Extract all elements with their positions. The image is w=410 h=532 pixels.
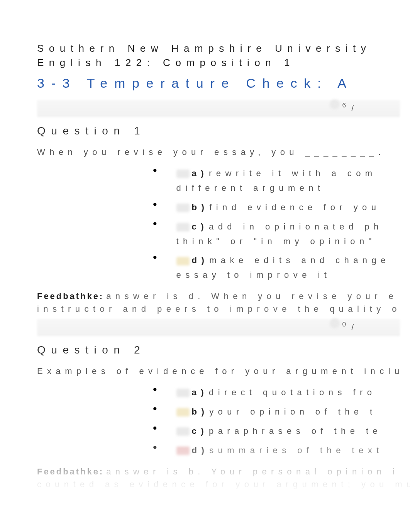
option-b: • b)your opinion of the t: [153, 406, 410, 418]
header-line-2: English 122: Composition 1: [37, 57, 410, 69]
option-text-cont: think" or "in my opinion": [176, 235, 383, 248]
option-letter: b): [192, 202, 209, 212]
bullet-icon: •: [153, 221, 157, 227]
option-body: d)make edits and change essay to improve…: [176, 254, 390, 281]
header-line-1: Southern New Hampshire University: [37, 42, 410, 54]
content-area: Southern New Hampshire University Englis…: [0, 0, 410, 503]
bullet-icon: •: [153, 167, 157, 173]
option-body: c)add in opinionated ph think" or "in my…: [176, 221, 383, 248]
score-slash: /: [351, 323, 354, 332]
question-prompt: When you revise your essay, you ________…: [37, 147, 410, 157]
document-page: Southern New Hampshire University Englis…: [0, 0, 410, 532]
option-d: • d)make edits and change essay to impro…: [153, 254, 410, 281]
question-heading: Question 2: [37, 344, 410, 356]
option-text-cont: different argument: [176, 182, 377, 194]
feedback-label: Feedbathke:: [37, 291, 104, 301]
assignment-title: 3-3 Temperature Check: A: [37, 76, 410, 91]
option-c: • c)add in opinionated ph think" or "in …: [153, 221, 410, 248]
question-heading: Question 1: [37, 125, 410, 137]
option-text: make edits and change: [209, 255, 390, 265]
bottom-fade-overlay: [0, 432, 410, 532]
bullet-icon: •: [153, 425, 157, 431]
option-b: • b)find evidence for you: [153, 201, 410, 214]
option-text-cont: essay to improve it: [176, 269, 390, 281]
score-value: 6: [342, 102, 346, 109]
option-a: • a)direct quotations fro: [153, 386, 410, 399]
score-band: 0 /: [37, 319, 400, 336]
options-list: • a)rewrite it with a com different argu…: [37, 167, 410, 281]
bullet-icon: •: [153, 406, 157, 412]
option-letter: a): [192, 168, 208, 178]
score-band: 6 /: [37, 100, 400, 117]
option-body: a)direct quotations fro: [176, 386, 376, 399]
option-text: find evidence for you: [209, 202, 380, 212]
option-text: rewrite it with a com: [209, 168, 377, 178]
feedback-block: Feedbathke:answer is d. When you revise …: [37, 290, 410, 315]
question-prompt: Examples of evidence for your argument i…: [37, 366, 410, 376]
option-text: add in opinionated ph: [209, 222, 383, 231]
answer-marker-icon: [176, 257, 190, 265]
answer-marker-icon: [176, 223, 190, 231]
bullet-icon: •: [153, 254, 157, 260]
option-letter: b): [192, 407, 209, 416]
score-slash: /: [351, 104, 354, 113]
answer-marker-icon: [176, 204, 190, 212]
answer-marker-icon: [176, 389, 190, 397]
bullet-icon: •: [153, 386, 157, 393]
option-letter: a): [192, 388, 208, 397]
option-body: b)find evidence for you: [176, 201, 381, 214]
bullet-icon: •: [153, 201, 157, 207]
score-value: 0: [342, 321, 346, 328]
option-letter: d): [192, 255, 209, 265]
blur-smudge: [330, 99, 340, 109]
option-body: a)rewrite it with a com different argume…: [176, 167, 377, 194]
option-letter: c): [192, 222, 208, 231]
option-text: direct quotations fro: [209, 388, 376, 397]
answer-marker-icon: [176, 170, 190, 178]
option-text: your opinion of the t: [209, 407, 376, 416]
answer-marker-icon: [176, 408, 190, 416]
option-a: • a)rewrite it with a com different argu…: [153, 167, 410, 194]
option-body: b)your opinion of the t: [176, 406, 377, 418]
